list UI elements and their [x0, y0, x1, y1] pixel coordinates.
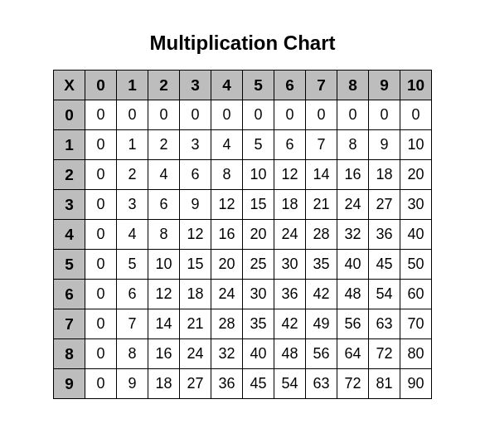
cell: 54	[369, 280, 400, 309]
cell: 4	[117, 220, 148, 250]
cell: 28	[211, 309, 243, 339]
col-header: 4	[211, 71, 243, 100]
cell: 0	[85, 339, 117, 369]
cell: 0	[117, 100, 148, 130]
cell: 48	[274, 339, 306, 369]
cell: 3	[117, 190, 148, 220]
cell: 4	[211, 130, 243, 160]
cell: 56	[306, 339, 337, 369]
cell: 45	[369, 250, 400, 280]
cell: 7	[306, 130, 337, 160]
cell: 32	[337, 220, 369, 250]
cell: 27	[369, 190, 400, 220]
cell: 28	[306, 220, 337, 250]
cell: 72	[369, 339, 400, 369]
col-header: 8	[337, 71, 369, 100]
multiplication-table: X012345678910 00000000000010123456789102…	[53, 70, 432, 399]
cell: 16	[337, 160, 369, 190]
cell: 50	[400, 250, 432, 280]
cell: 63	[306, 369, 337, 399]
cell: 18	[369, 160, 400, 190]
cell: 25	[243, 250, 274, 280]
cell: 45	[243, 369, 274, 399]
cell: 15	[180, 250, 211, 280]
cell: 7	[117, 309, 148, 339]
cell: 16	[148, 339, 180, 369]
table-row: 909182736455463728190	[54, 369, 432, 399]
cell: 4	[148, 160, 180, 190]
cell: 0	[211, 100, 243, 130]
cell: 48	[337, 280, 369, 309]
cell: 24	[180, 339, 211, 369]
header-row: X012345678910	[54, 71, 432, 100]
cell: 3	[180, 130, 211, 160]
cell: 2	[117, 160, 148, 190]
cell: 60	[400, 280, 432, 309]
cell: 10	[243, 160, 274, 190]
cell: 36	[274, 280, 306, 309]
cell: 12	[148, 280, 180, 309]
cell: 72	[337, 369, 369, 399]
col-header: 1	[117, 71, 148, 100]
row-header: 1	[54, 130, 85, 160]
row-header: 0	[54, 100, 85, 130]
cell: 6	[180, 160, 211, 190]
cell: 42	[306, 280, 337, 309]
cell: 20	[243, 220, 274, 250]
cell: 0	[85, 220, 117, 250]
cell: 0	[243, 100, 274, 130]
cell: 14	[148, 309, 180, 339]
row-header: 2	[54, 160, 85, 190]
table-row: 808162432404856647280	[54, 339, 432, 369]
table-row: 202468101214161820	[54, 160, 432, 190]
cell: 0	[85, 309, 117, 339]
cell: 20	[211, 250, 243, 280]
cell: 36	[369, 220, 400, 250]
cell: 12	[180, 220, 211, 250]
cell: 80	[400, 339, 432, 369]
row-header: 6	[54, 280, 85, 309]
cell: 24	[337, 190, 369, 220]
cell: 6	[117, 280, 148, 309]
cell: 20	[400, 160, 432, 190]
cell: 35	[306, 250, 337, 280]
row-header: 9	[54, 369, 85, 399]
corner-cell: X	[54, 71, 85, 100]
col-header: 0	[85, 71, 117, 100]
col-header: 6	[274, 71, 306, 100]
chart-title: Multiplication Chart	[150, 32, 336, 55]
cell: 56	[337, 309, 369, 339]
cell: 54	[274, 369, 306, 399]
cell: 40	[243, 339, 274, 369]
cell: 30	[274, 250, 306, 280]
table-row: 606121824303642485460	[54, 280, 432, 309]
cell: 0	[306, 100, 337, 130]
row-header: 5	[54, 250, 85, 280]
cell: 1	[117, 130, 148, 160]
cell: 27	[180, 369, 211, 399]
cell: 12	[274, 160, 306, 190]
cell: 36	[211, 369, 243, 399]
cell: 0	[369, 100, 400, 130]
cell: 0	[148, 100, 180, 130]
table-body: 0000000000001012345678910202468101214161…	[54, 100, 432, 399]
col-header: 3	[180, 71, 211, 100]
cell: 21	[306, 190, 337, 220]
cell: 2	[148, 130, 180, 160]
table-head: X012345678910	[54, 71, 432, 100]
col-header: 5	[243, 71, 274, 100]
cell: 8	[148, 220, 180, 250]
col-header: 10	[400, 71, 432, 100]
cell: 35	[243, 309, 274, 339]
cell: 0	[85, 100, 117, 130]
cell: 12	[211, 190, 243, 220]
cell: 70	[400, 309, 432, 339]
cell: 9	[117, 369, 148, 399]
cell: 0	[85, 160, 117, 190]
cell: 0	[85, 280, 117, 309]
col-header: 2	[148, 71, 180, 100]
table-row: 1012345678910	[54, 130, 432, 160]
cell: 8	[117, 339, 148, 369]
col-header: 9	[369, 71, 400, 100]
cell: 14	[306, 160, 337, 190]
